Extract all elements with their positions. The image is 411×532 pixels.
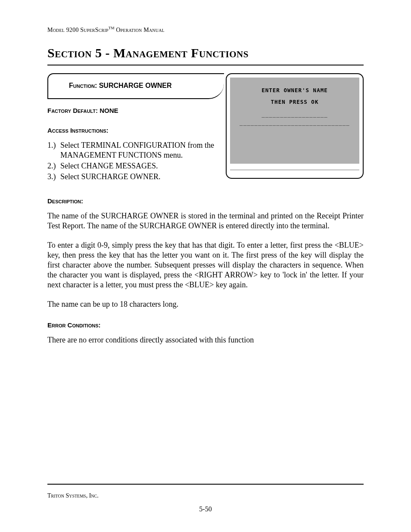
factory-default-line: Factory Default: NONE — [47, 107, 224, 115]
screen-line-2: THEN PRESS OK — [230, 99, 359, 105]
step-text: Select CHANGE MESSAGES. — [60, 161, 224, 171]
step-text: Select TERMINAL CONFIGURATION from the M… — [60, 140, 224, 160]
header-suffix: Operation Manual — [115, 27, 165, 33]
step-text: Select SURCHARGE OWNER. — [60, 172, 224, 182]
error-conditions-heading: Error Conditions: — [47, 321, 364, 329]
terminal-screen-figure: ENTER OWNER'S NAME THEN PRESS OK _______… — [226, 73, 364, 179]
screen-input-line-1: __________________ — [230, 111, 359, 118]
factory-default-value: NONE — [100, 107, 118, 114]
trademark-icon: TM — [109, 26, 115, 30]
access-instructions-label: Access Instructions: — [47, 127, 109, 134]
screen-divider — [230, 170, 359, 170]
description-paragraph-3: The name can be up to 18 characters long… — [47, 299, 364, 309]
footer-company: Triton Systems, Inc. — [47, 492, 99, 499]
screen-input-line-2: ______________________________ — [230, 119, 359, 126]
footer-page-number: 5-50 — [0, 505, 411, 513]
description-label: Description: — [47, 197, 83, 205]
error-conditions-label: Error Conditions: — [47, 321, 101, 329]
description-heading: Description: — [47, 197, 364, 205]
running-header: Model 9200 SuperScripTM Operation Manual — [47, 26, 364, 34]
step-number: 2.) — [47, 161, 60, 171]
footer-rule — [47, 484, 364, 485]
function-label: Function: SURCHARGE OWNER — [69, 82, 172, 90]
access-instructions-heading: Access Instructions: — [47, 127, 224, 134]
function-label-value: SURCHARGE OWNER — [99, 82, 172, 89]
step-number: 3.) — [47, 172, 60, 182]
manual-page: Model 9200 SuperScripTM Operation Manual… — [0, 0, 411, 532]
description-paragraph-1: The name of the SURCHARGE OWNER is store… — [47, 211, 364, 231]
description-paragraph-2: To enter a digit 0-9, simply press the k… — [47, 240, 364, 290]
screen-line-1: ENTER OWNER'S NAME — [230, 87, 359, 93]
access-step: 1.)Select TERMINAL CONFIGURATION from th… — [47, 140, 224, 160]
access-step: 3.)Select SURCHARGE OWNER. — [47, 172, 224, 182]
function-title-box: Function: SURCHARGE OWNER — [47, 73, 224, 99]
error-conditions-text: There are no error conditions directly a… — [47, 335, 364, 345]
left-column: Factory Default: NONE Access Instruction… — [47, 107, 224, 182]
content-area: ENTER OWNER'S NAME THEN PRESS OK _______… — [47, 73, 364, 345]
access-step: 2.)Select CHANGE MESSAGES. — [47, 161, 224, 171]
factory-default-label: Factory Default: — [47, 107, 100, 114]
header-model: Model 9200 SuperScrip — [47, 27, 109, 33]
function-label-prefix: Function: — [69, 82, 99, 89]
terminal-screen-inner: ENTER OWNER'S NAME THEN PRESS OK _______… — [230, 78, 359, 164]
title-rule — [47, 65, 364, 65]
access-steps-list: 1.)Select TERMINAL CONFIGURATION from th… — [47, 140, 224, 182]
step-number: 1.) — [47, 140, 60, 160]
section-title: Section 5 - Management Functions — [47, 46, 364, 60]
